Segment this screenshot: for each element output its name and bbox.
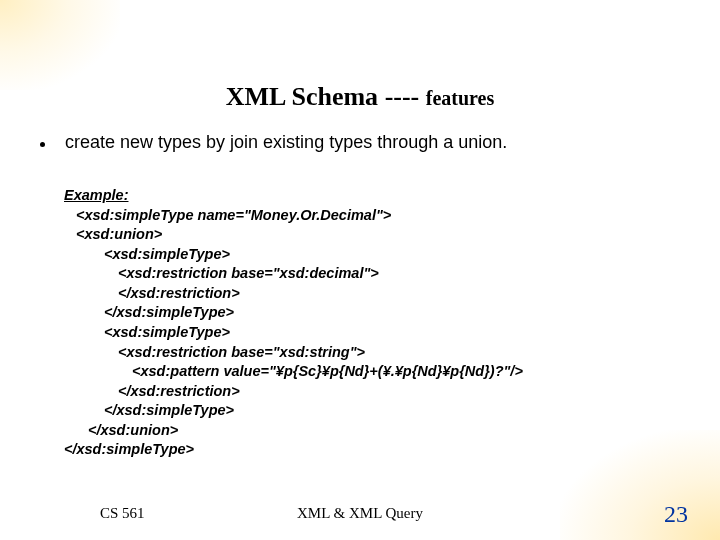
code-listing: <xsd:simpleType name="Money.Or.Decimal">… bbox=[64, 206, 523, 460]
page-number: 23 bbox=[664, 501, 688, 528]
code-line: </xsd:restriction> bbox=[64, 284, 523, 304]
title-main: XML Schema bbox=[226, 82, 378, 111]
bullet-row: create new types by join existing types … bbox=[40, 132, 507, 153]
code-line: </xsd:simpleType> bbox=[64, 440, 523, 460]
example-block: Example: <xsd:simpleType name="Money.Or.… bbox=[64, 186, 523, 460]
decorative-corner-top-left bbox=[0, 0, 120, 90]
code-line: </xsd:simpleType> bbox=[64, 401, 523, 421]
code-line: <xsd:restriction base="xsd:string"> bbox=[64, 343, 523, 363]
code-line: </xsd:simpleType> bbox=[64, 303, 523, 323]
code-line: <xsd:simpleType> bbox=[64, 245, 523, 265]
slide: XML Schema ---- features create new type… bbox=[0, 0, 720, 540]
slide-title: XML Schema ---- features bbox=[0, 82, 720, 112]
example-label: Example: bbox=[64, 186, 523, 206]
title-sub: features bbox=[426, 87, 495, 109]
code-line: <xsd:simpleType> bbox=[64, 323, 523, 343]
code-line: </xsd:union> bbox=[64, 421, 523, 441]
footer-center: XML & XML Query bbox=[0, 505, 720, 522]
bullet-text: create new types by join existing types … bbox=[65, 132, 507, 153]
decorative-corner-bottom-right bbox=[560, 430, 720, 540]
code-line: <xsd:simpleType name="Money.Or.Decimal"> bbox=[64, 206, 523, 226]
bullet-dot-icon bbox=[40, 142, 45, 147]
code-line: <xsd:pattern value="¥p{Sc}¥p{Nd}+(¥.¥p{N… bbox=[64, 362, 523, 382]
code-line: <xsd:restriction base="xsd:decimal"> bbox=[64, 264, 523, 284]
title-dashes: ---- bbox=[385, 82, 420, 111]
code-line: <xsd:union> bbox=[64, 225, 523, 245]
code-line: </xsd:restriction> bbox=[64, 382, 523, 402]
